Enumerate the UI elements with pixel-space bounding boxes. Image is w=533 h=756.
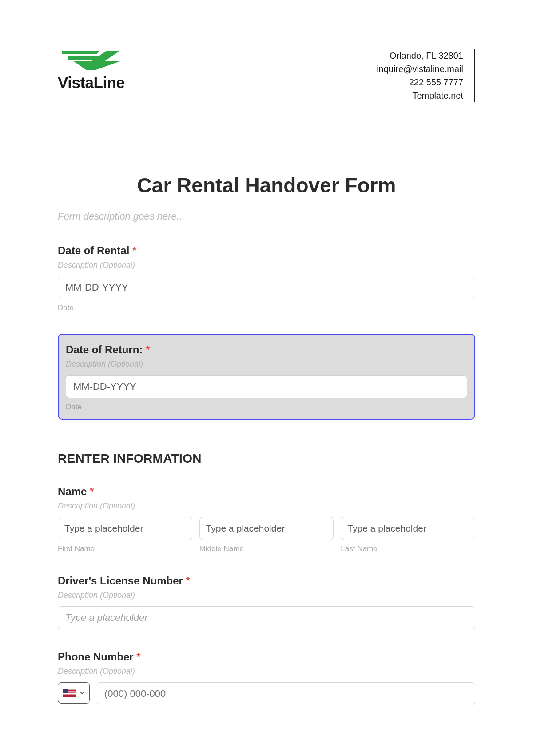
phone-desc: Description (Optional)	[58, 667, 475, 676]
required-mark: *	[90, 485, 94, 497]
required-mark: *	[136, 651, 140, 663]
contact-info: Orlando, FL 32801 inquire@vistaline.mail…	[377, 49, 475, 102]
logo-text: VistaLine	[58, 74, 124, 92]
required-mark: *	[132, 244, 136, 256]
svg-rect-5	[63, 695, 76, 695]
middle-name-input[interactable]	[199, 517, 334, 540]
chevron-down-icon	[80, 691, 85, 695]
license-input[interactable]	[58, 606, 475, 629]
rental-date-label: Date of Rental *	[58, 244, 475, 257]
return-date-label: Date of Return: *	[66, 344, 467, 356]
return-date-input[interactable]	[66, 375, 467, 398]
phone-input[interactable]	[97, 682, 475, 705]
section-renter-info: RENTER INFORMATION	[58, 452, 475, 466]
svg-rect-4	[63, 693, 76, 694]
field-return-date-selected[interactable]: Date of Return: * Description (Optional)…	[58, 334, 475, 420]
rental-date-sublabel: Date	[58, 304, 475, 312]
name-label: Name *	[58, 485, 475, 498]
svg-rect-7	[63, 689, 68, 693]
logo-block: VistaLine	[58, 49, 124, 92]
required-mark: *	[186, 575, 190, 587]
svg-rect-6	[63, 696, 76, 696]
return-date-desc: Description (Optional)	[66, 360, 467, 369]
first-name-sublabel: First Name	[58, 544, 192, 553]
phone-label: Phone Number *	[58, 651, 475, 663]
field-phone: Phone Number * Description (Optional)	[58, 651, 475, 705]
contact-address: Orlando, FL 32801	[377, 49, 463, 62]
last-name-input[interactable]	[341, 517, 475, 540]
field-rental-date: Date of Rental * Description (Optional) …	[58, 244, 475, 312]
us-flag-icon	[63, 689, 76, 697]
license-label: Driver's License Number *	[58, 575, 475, 587]
return-date-sublabel: Date	[66, 403, 467, 412]
name-desc: Description (Optional)	[58, 501, 475, 511]
phone-country-select[interactable]	[58, 682, 90, 704]
contact-phone: 222 555 7777	[377, 76, 463, 89]
last-name-sublabel: Last Name	[341, 544, 475, 553]
license-desc: Description (Optional)	[58, 591, 475, 600]
header: VistaLine Orlando, FL 32801 inquire@vist…	[58, 49, 475, 102]
rental-date-desc: Description (Optional)	[58, 260, 475, 270]
rental-date-input[interactable]	[58, 276, 475, 299]
contact-site: Template.net	[377, 89, 463, 102]
first-name-input[interactable]	[58, 517, 192, 540]
contact-email: inquire@vistaline.mail	[377, 62, 463, 76]
form-description: Form description goes here...	[58, 211, 475, 222]
field-license: Driver's License Number * Description (O…	[58, 575, 475, 629]
logo-icon	[60, 49, 122, 70]
field-name: Name * Description (Optional) First Name…	[58, 485, 475, 553]
required-mark: *	[146, 344, 150, 356]
form-title: Car Rental Handover Form	[58, 173, 475, 197]
middle-name-sublabel: Middle Name	[199, 544, 334, 553]
